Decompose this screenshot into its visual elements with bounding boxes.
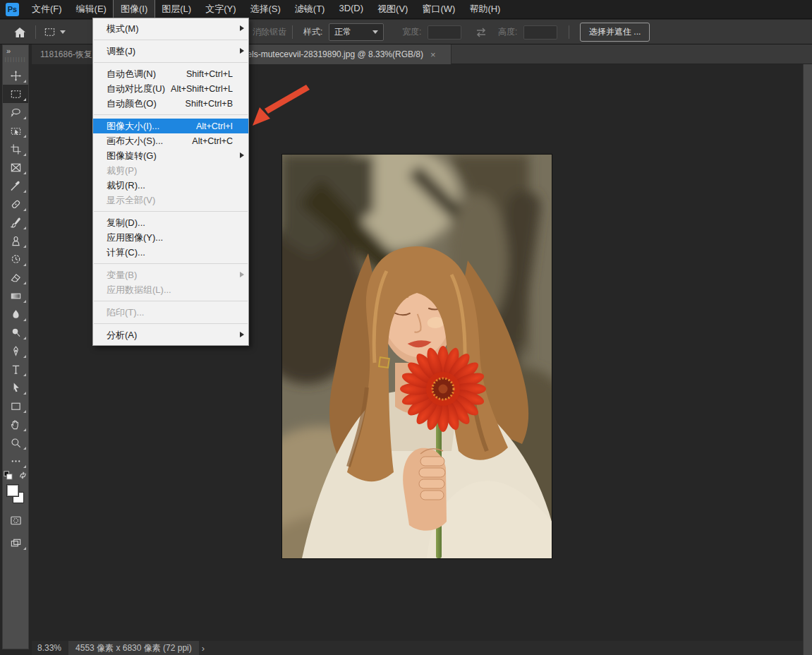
edit-toolbar-ellipsis[interactable]	[3, 452, 28, 470]
menu-item-label: 复制(D)...	[107, 217, 233, 229]
default-colors-icon[interactable]	[4, 470, 13, 483]
dodge-tool-icon	[10, 327, 22, 339]
swap-dimensions-button[interactable]	[474, 20, 488, 44]
menu-item[interactable]: 调整(J)	[93, 44, 248, 59]
object-selection-tool[interactable]	[3, 121, 28, 140]
history-brush-tool-icon	[10, 253, 22, 265]
menubar-item[interactable]: 文件(F)	[25, 0, 69, 18]
panel-dock-collapsed[interactable]	[803, 64, 812, 655]
select-and-mask-wrap: 选择并遮住 ...	[580, 20, 650, 44]
tab-close-icon[interactable]: ×	[430, 49, 436, 60]
chevron-down-icon	[60, 30, 66, 34]
style-label: 样式:	[303, 20, 322, 44]
select-and-mask-button[interactable]: 选择并遮住 ...	[580, 23, 650, 42]
menu-item[interactable]: 模式(M)	[93, 21, 248, 36]
path-selection-tool-icon	[10, 382, 22, 394]
dodge-tool[interactable]	[3, 323, 28, 342]
type-tool[interactable]	[3, 360, 28, 378]
screen-mode-button[interactable]	[3, 534, 28, 552]
foreground-background-swatches[interactable]	[3, 483, 28, 507]
menu-item[interactable]: 自动色调(N)Shift+Ctrl+L	[93, 66, 248, 81]
document-tab[interactable]: pexels-mutecevvil-28319890.jpg @ 8.33%(R…	[225, 44, 452, 64]
swap-colors-icon[interactable]	[18, 470, 28, 483]
submenu-arrow-icon	[240, 48, 244, 54]
menu-separator	[94, 211, 248, 212]
menu-item[interactable]: 图像大小(I)...Alt+Ctrl+I	[93, 119, 248, 133]
history-brush-tool[interactable]	[3, 250, 28, 268]
menu-item[interactable]: 画布大小(S)...Alt+Ctrl+C	[93, 133, 248, 148]
clone-stamp-tool[interactable]	[3, 232, 28, 250]
menu-item[interactable]: 分析(A)	[93, 328, 248, 342]
menu-item: 变量(B)	[93, 268, 248, 282]
menu-item-label: 应用数据组(L)...	[107, 284, 233, 296]
gradient-tool[interactable]	[3, 287, 28, 305]
status-chevron-icon[interactable]: ›	[199, 643, 205, 654]
menu-separator	[94, 323, 248, 324]
toolbox-strip: » ||||||||	[2, 44, 29, 649]
menubar-item[interactable]: 窗口(W)	[415, 0, 462, 18]
spot-healing-tool[interactable]	[3, 195, 28, 213]
blur-tool[interactable]	[3, 305, 28, 323]
frame-tool[interactable]	[3, 158, 28, 176]
width-input[interactable]	[428, 25, 461, 40]
submenu-arrow-icon	[240, 272, 244, 277]
menubar-item[interactable]: 帮助(H)	[462, 0, 507, 18]
quick-mask-icon	[10, 515, 22, 527]
menubar-item[interactable]: 滤镜(T)	[288, 0, 332, 18]
rectangle-tool-icon	[10, 400, 22, 412]
marquee-preset-icon	[44, 26, 56, 38]
brush-tool[interactable]	[3, 213, 28, 232]
pen-tool[interactable]	[3, 342, 28, 360]
eraser-tool[interactable]	[3, 268, 28, 287]
menubar-item[interactable]: 图像(I)	[114, 0, 154, 18]
menubar-item[interactable]: 选择(S)	[243, 0, 287, 18]
tab-label: 1181686-恢复的	[40, 49, 101, 61]
hand-tool[interactable]	[3, 415, 28, 433]
home-button[interactable]	[13, 20, 27, 44]
lasso-tool[interactable]	[3, 103, 28, 121]
path-selection-tool[interactable]	[3, 378, 28, 397]
crop-tool[interactable]	[3, 140, 28, 158]
style-select[interactable]: 正常	[329, 20, 384, 44]
quick-mask-button[interactable]	[3, 511, 28, 529]
menu-item-label: 自动颜色(O)	[107, 97, 186, 110]
zoom-tool[interactable]	[3, 433, 28, 452]
menu-item[interactable]: 应用图像(Y)...	[93, 230, 248, 245]
move-tool[interactable]	[3, 66, 28, 85]
menu-item-label: 图像旋转(G)	[107, 150, 233, 162]
menubar-item[interactable]: 视图(V)	[370, 0, 415, 18]
width-label: 宽度:	[402, 20, 421, 44]
blur-tool-icon	[10, 308, 22, 320]
menubar-item[interactable]: 3D(D)	[332, 0, 370, 18]
menu-item[interactable]: 自动对比度(U)Alt+Shift+Ctrl+L	[93, 81, 248, 96]
eyedropper-tool[interactable]	[3, 176, 28, 195]
menu-item[interactable]: 自动颜色(O)Shift+Ctrl+B	[93, 96, 248, 111]
foreground-color-swatch[interactable]	[6, 484, 19, 497]
zoom-level-field[interactable]: 8.33%	[32, 643, 68, 653]
menu-item[interactable]: 复制(D)...	[93, 215, 248, 230]
type-tool-icon	[10, 363, 22, 375]
submenu-arrow-icon	[240, 152, 244, 158]
rectangular-marquee-tool[interactable]	[3, 85, 28, 103]
menubar-item[interactable]: 编辑(E)	[69, 0, 114, 18]
hand-tool-icon	[10, 419, 22, 431]
height-input[interactable]	[523, 25, 557, 40]
menu-item[interactable]: 裁切(R)...	[93, 178, 248, 193]
eraser-tool-icon	[10, 272, 22, 284]
menu-separator	[94, 114, 248, 115]
menubar-item[interactable]: 图层(L)	[154, 0, 198, 18]
menu-item-shortcut: Alt+Shift+Ctrl+L	[171, 84, 233, 94]
menubar-item[interactable]: 文字(Y)	[198, 0, 243, 18]
menu-item-label: 显示全部(V)	[107, 194, 233, 207]
photoshop-logo-icon: Ps	[6, 3, 19, 16]
object-selection-tool-icon	[10, 125, 22, 137]
toolbox-expand-button[interactable]: »	[3, 45, 28, 56]
menu-item[interactable]: 图像旋转(G)	[93, 148, 248, 163]
menu-item-label: 自动对比度(U)	[107, 83, 171, 95]
tool-preset-button[interactable]	[44, 20, 66, 44]
toolbox-grip[interactable]: ||||||||	[3, 56, 28, 62]
menu-item-shortcut: Alt+Ctrl+I	[196, 121, 233, 131]
rectangle-tool[interactable]	[3, 397, 28, 415]
eyedropper-tool-icon	[10, 180, 22, 192]
menu-item[interactable]: 计算(C)...	[93, 245, 248, 260]
